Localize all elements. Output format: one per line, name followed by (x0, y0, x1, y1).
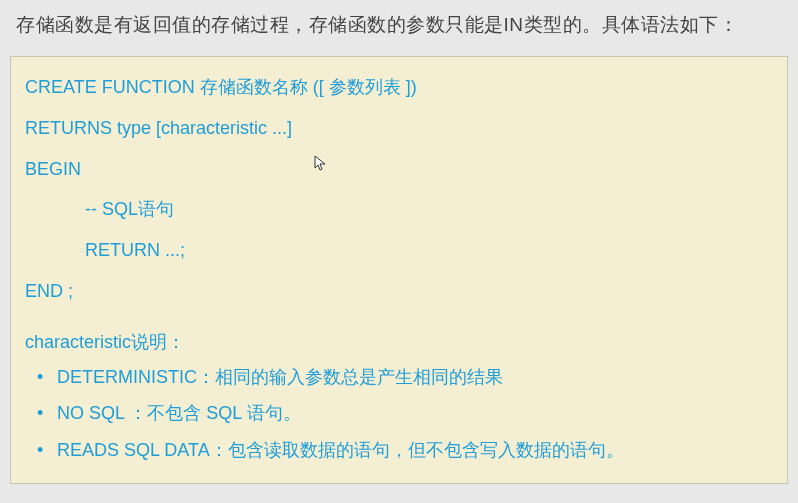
characteristic-list: • DETERMINISTIC：相同的输入参数总是产生相同的结果 • NO SQ… (25, 362, 773, 466)
code-line-returns: RETURNS type [characteristic ...] (25, 114, 773, 143)
code-line-return: RETURN ...; (25, 236, 773, 265)
code-line-begin: BEGIN (25, 155, 773, 184)
list-item-text: DETERMINISTIC：相同的输入参数总是产生相同的结果 (57, 362, 773, 393)
list-item: • READS SQL DATA：包含读取数据的语句，但不包含写入数据的语句。 (29, 435, 773, 466)
list-item-text: NO SQL ：不包含 SQL 语句。 (57, 398, 773, 429)
code-line-end: END ; (25, 277, 773, 306)
list-item: • NO SQL ：不包含 SQL 语句。 (29, 398, 773, 429)
list-item-text: READS SQL DATA：包含读取数据的语句，但不包含写入数据的语句。 (57, 435, 773, 466)
code-block: CREATE FUNCTION 存储函数名称 ([ 参数列表 ]) RETURN… (10, 56, 788, 484)
code-line-sql-comment: -- SQL语句 (25, 195, 773, 224)
characteristic-heading: characteristic说明： (25, 330, 773, 354)
intro-text: 存储函数是有返回值的存储过程，存储函数的参数只能是IN类型的。具体语法如下： (10, 12, 788, 38)
bullet-icon: • (29, 435, 57, 466)
code-line-create: CREATE FUNCTION 存储函数名称 ([ 参数列表 ]) (25, 73, 773, 102)
bullet-icon: • (29, 362, 57, 393)
list-item: • DETERMINISTIC：相同的输入参数总是产生相同的结果 (29, 362, 773, 393)
bullet-icon: • (29, 398, 57, 429)
